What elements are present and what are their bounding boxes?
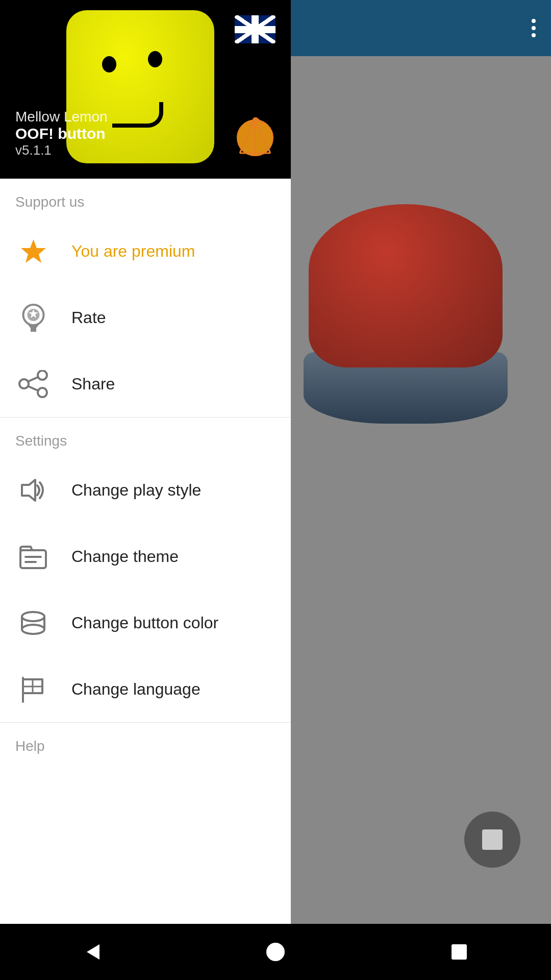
button-top xyxy=(309,204,503,368)
premium-label: You are premium xyxy=(71,242,195,261)
menu-item-premium[interactable]: You are premium xyxy=(0,218,291,284)
svg-rect-21 xyxy=(20,550,46,568)
sound-icon xyxy=(15,472,51,508)
color-icon xyxy=(15,605,51,641)
theme-label: Change theme xyxy=(71,547,179,566)
svg-point-24 xyxy=(22,612,44,621)
play-style-label: Change play style xyxy=(71,481,201,500)
stop-button[interactable] xyxy=(464,812,520,868)
rate-label: Rate xyxy=(71,308,106,327)
menu-item-rate[interactable]: Rate xyxy=(0,284,291,351)
app-version: v5.1.1 xyxy=(15,142,108,158)
top-bar xyxy=(283,0,551,56)
navigation-drawer: Mellow Lemon OOF! button v5.1.1 Support … xyxy=(0,0,291,980)
support-section-label: Support us xyxy=(0,179,291,218)
oof-button-visual xyxy=(296,204,515,459)
stop-icon xyxy=(482,829,503,850)
menu-item-play-style[interactable]: Change play style xyxy=(0,457,291,523)
home-button[interactable] xyxy=(255,932,296,972)
eye-right xyxy=(148,51,162,67)
svg-point-17 xyxy=(38,388,47,397)
navigation-bar xyxy=(0,924,551,980)
mouth xyxy=(112,102,163,128)
recents-button[interactable] xyxy=(439,932,480,972)
app-name: OOF! button xyxy=(15,125,108,142)
theme-icon xyxy=(15,538,51,574)
medal-icon xyxy=(15,300,51,335)
svg-marker-20 xyxy=(22,480,35,501)
eye-left xyxy=(102,56,116,72)
svg-point-33 xyxy=(266,943,285,961)
drawer-header: Mellow Lemon OOF! button v5.1.1 xyxy=(0,0,291,179)
svg-point-16 xyxy=(19,379,29,388)
language-label: Change language xyxy=(71,680,201,699)
flag-icon xyxy=(235,15,276,43)
language-icon xyxy=(15,671,51,707)
app-info: Mellow Lemon OOF! button v5.1.1 xyxy=(15,109,108,158)
drawer-menu: Support us You are premium Rate xyxy=(0,179,291,980)
help-section-label: Help xyxy=(0,723,291,762)
lemon-icon xyxy=(235,117,276,158)
svg-point-15 xyxy=(38,371,47,380)
star-icon xyxy=(15,233,51,269)
back-button[interactable] xyxy=(71,932,112,972)
settings-section-label: Settings xyxy=(0,418,291,457)
menu-item-language[interactable]: Change language xyxy=(0,656,291,722)
menu-item-theme[interactable]: Change theme xyxy=(0,523,291,590)
share-label: Share xyxy=(71,375,115,394)
svg-marker-32 xyxy=(87,944,99,960)
svg-rect-34 xyxy=(452,944,467,960)
button-color-label: Change button color xyxy=(71,614,218,632)
menu-item-share[interactable]: Share xyxy=(0,351,291,417)
svg-line-18 xyxy=(29,377,38,381)
share-icon xyxy=(15,366,51,402)
app-author: Mellow Lemon xyxy=(15,109,108,125)
svg-line-19 xyxy=(29,386,38,390)
three-dots-menu[interactable] xyxy=(532,19,536,37)
menu-item-button-color[interactable]: Change button color xyxy=(0,590,291,656)
svg-point-25 xyxy=(22,625,44,634)
svg-marker-9 xyxy=(21,239,46,263)
